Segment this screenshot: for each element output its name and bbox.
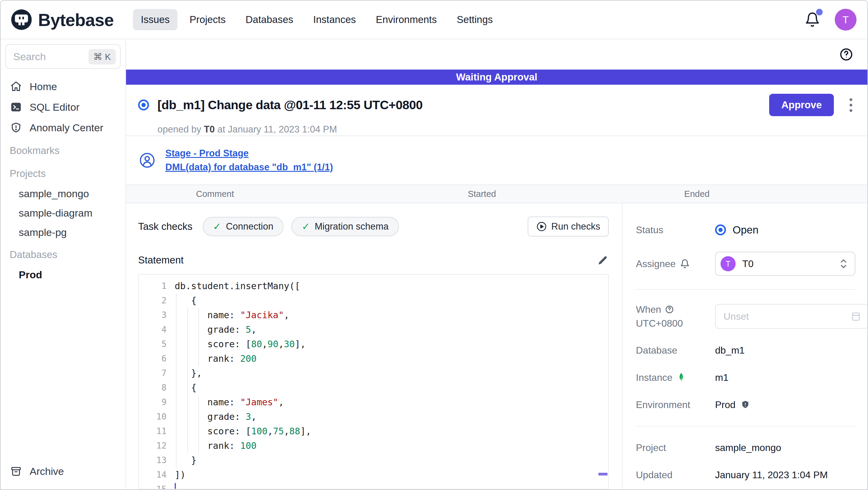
help-row [126,39,867,69]
panel-divider [636,289,855,290]
protected-shield-icon [740,400,750,409]
code-line-13: } [175,453,608,468]
run-checks-label: Run checks [551,221,600,232]
sidebar-item-anomaly-center[interactable]: Anomaly Center [5,117,121,138]
app-body: ⌘ K Home SQL Editor [1,39,867,489]
user-avatar[interactable]: T [835,9,857,31]
nav-tab-settings[interactable]: Settings [449,9,500,30]
notification-bell-button[interactable] [805,12,820,28]
shield-alert-icon [10,121,22,134]
task-link[interactable]: DML(data) for database "db_m1" (1/1) [165,162,333,173]
nav-tab-environments[interactable]: Environments [368,9,445,30]
search-shortcut-badge: ⌘ K [89,49,116,64]
line-number: 11 [139,424,166,439]
updated-value: January 11, 2023 1:04 PM [715,469,828,481]
issue-meta-panel: Status Open Assignee T T [622,203,867,489]
check-pill-connection[interactable]: ✓Connection [203,217,284,236]
environment-label: Environment [636,399,715,410]
line-number: 6 [139,351,166,366]
updated-row: Updated January 11, 2023 1:04 PM [636,468,855,482]
nav-tab-databases[interactable]: Databases [238,9,301,30]
assignee-select[interactable]: T T0 [715,252,855,276]
search-input[interactable] [13,51,89,63]
indent-guide [198,308,199,366]
edit-pencil-icon[interactable] [597,254,609,266]
project-row: Project sample_mongo [636,440,855,455]
calendar-icon [850,311,861,322]
sidebar-project-sample_mongo[interactable]: sample_mongo [5,184,121,203]
sidebar-section-projects: Projects [5,163,121,184]
assignee-avatar: T [720,256,736,271]
terminal-icon [10,101,22,113]
overview-ruler-mark [598,473,608,475]
check-pill-migration-schema[interactable]: ✓Migration schema [291,217,399,236]
line-number: 2 [139,293,166,308]
brand-logo[interactable]: Bytebase [10,8,114,31]
check-pills: ✓Connection✓Migration schema [203,217,407,236]
sidebar-item-sql-editor[interactable]: SQL Editor [5,97,121,117]
code-line-2: { [175,293,608,308]
assignee-label: Assignee [636,258,676,269]
code-line-6: rank: 200 [175,351,608,366]
sidebar: ⌘ K Home SQL Editor [1,39,126,489]
database-value[interactable]: db_m1 [715,345,745,356]
sidebar-project-sample-diagram[interactable]: sample-diagram [5,203,121,223]
code-line-1: db.student.insertMany([ [175,279,608,293]
approve-button[interactable]: Approve [769,94,834,116]
project-value[interactable]: sample_mongo [715,442,781,453]
archive-icon [10,465,22,478]
check-icon: ✓ [213,221,221,232]
sidebar-section-bookmarks: Bookmarks [5,140,121,161]
code-line-9: name: "James", [175,395,608,409]
assignee-bell-icon [680,259,690,268]
sidebar-item-home[interactable]: Home [5,76,121,97]
editor-line-numbers: 123456789101112131415 [139,279,166,489]
assignee-value: T0 [742,258,753,269]
sidebar-item-archive[interactable]: Archive [5,461,121,482]
play-circle-icon [536,221,547,232]
code-line-15 [175,482,608,489]
help-button[interactable] [839,47,854,62]
kebab-menu-icon[interactable] [845,95,857,115]
line-number: 8 [139,380,166,395]
main-content: Waiting Approval [db_m1] Change data @01… [126,39,867,489]
search-box[interactable]: ⌘ K [5,44,121,69]
nav-tab-instances[interactable]: Instances [305,9,364,30]
instance-label: Instance [636,372,673,383]
waiting-approval-banner: Waiting Approval [126,69,867,85]
code-line-14: ]) [175,468,608,482]
when-label: When [636,302,661,316]
sidebar-item-prod-database[interactable]: Prod [5,265,121,284]
statement-label: Statement [138,254,183,266]
sidebar-bottom: Archive [5,461,121,482]
topnav-right: T [805,9,857,31]
code-line-11: score: [100,75,88], [175,424,608,439]
check-pill-label: Migration schema [315,221,389,232]
environment-value[interactable]: Prod [715,399,736,410]
stage-link[interactable]: Stage - Prod Stage [165,148,333,159]
editor-code: db.student.insertMany([ { name: "Jacika"… [166,279,608,489]
nav-tab-projects[interactable]: Projects [182,9,233,30]
opened-by-text: opened by [157,124,201,135]
when-date-picker[interactable] [715,304,868,329]
home-icon [10,80,22,93]
statement-code-editor[interactable]: 123456789101112131415 db.student.insertM… [138,274,609,489]
indent-guide [176,293,177,468]
code-line-10: grade: 3, [175,409,608,424]
instance-value[interactable]: m1 [715,372,728,383]
when-timezone: UTC+0800 [636,318,683,329]
sidebar-project-sample-pg[interactable]: sample-pg [5,223,121,242]
table-header-started: Started [468,189,496,199]
nav-tab-issues[interactable]: Issues [133,9,178,30]
sidebar-item-label: SQL Editor [30,101,80,113]
run-checks-button[interactable]: Run checks [528,217,609,236]
panel-divider [636,426,855,427]
sidebar-item-label: Archive [30,465,64,477]
table-header-ended: Ended [684,189,710,199]
instance-row: Instance m1 [636,370,855,385]
issue-detail-column: Task checks ✓Connection✓Migration schema… [126,203,622,489]
task-checks-label: Task checks [138,221,192,232]
when-input[interactable] [723,311,850,322]
issue-subtitle: opened by T0 at January 11, 2023 1:04 PM [157,124,857,135]
sidebar-item-label: Home [30,81,57,92]
